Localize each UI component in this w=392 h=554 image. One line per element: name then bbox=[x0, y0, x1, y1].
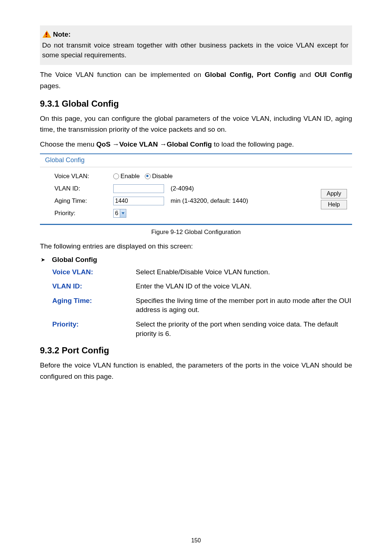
arrow-bullet-icon: ➤ bbox=[41, 257, 45, 263]
priority-value: 6 bbox=[114, 210, 120, 217]
vlan-id-label: VLAN ID: bbox=[54, 185, 113, 192]
radio-enable-label: Enable bbox=[121, 173, 140, 180]
warning-icon bbox=[42, 30, 52, 38]
def-desc: Select the priority of the port when sen… bbox=[136, 320, 352, 338]
section1-nav: Choose the menu QoS →Voice VLAN →Global … bbox=[40, 139, 352, 150]
note-label: Note: bbox=[53, 30, 71, 38]
row-vlan-id: VLAN ID: (2-4094) bbox=[54, 182, 321, 195]
row-voice-vlan: Voice VLAN: Enable Disable bbox=[54, 170, 321, 182]
intro-pre: The Voice VLAN function can be implement… bbox=[40, 71, 205, 78]
section-9-3-2-heading: 9.3.2 Port Config bbox=[40, 345, 352, 356]
page-number: 150 bbox=[0, 537, 392, 544]
intro-bold1: Global Config, Port Config bbox=[205, 71, 296, 78]
def-desc: Select Enable/Disable Voice VLAN functio… bbox=[136, 267, 352, 277]
entries-intro: The following entries are displayed on t… bbox=[40, 241, 352, 252]
radio-disable[interactable] bbox=[145, 173, 151, 179]
radio-enable[interactable] bbox=[113, 173, 119, 179]
entries-heading: Global Config bbox=[52, 256, 97, 264]
intro-bold2: OUI Config bbox=[314, 71, 352, 78]
entries-list: ➤ Global Config Voice VLAN: Select Enabl… bbox=[41, 256, 352, 338]
def-term: Voice VLAN: bbox=[52, 267, 136, 277]
note-text: Do not transmit voice stream together wi… bbox=[42, 41, 348, 60]
figure-9-12: Global Config Voice VLAN: Enable Disable… bbox=[40, 153, 352, 236]
section1-p1: On this page, you can configure the glob… bbox=[40, 113, 352, 135]
row-priority: Priority: 6 bbox=[54, 207, 321, 219]
vlan-id-input[interactable] bbox=[113, 184, 164, 193]
intro-post: pages. bbox=[40, 82, 61, 90]
section-9-3-1-heading: 9.3.1 Global Config bbox=[40, 99, 352, 109]
button-column: Apply Help bbox=[321, 170, 347, 219]
note-header: Note: bbox=[42, 30, 348, 38]
entries-heading-row: ➤ Global Config bbox=[41, 256, 352, 264]
def-desc: Specifies the living time of the member … bbox=[136, 296, 352, 315]
nav-post: to load the following page. bbox=[212, 140, 294, 148]
priority-select[interactable]: 6 bbox=[113, 209, 126, 218]
def-aging-time: Aging Time: Specifies the living time of… bbox=[52, 296, 352, 315]
radio-disable-label: Disable bbox=[152, 173, 173, 180]
vlan-id-hint: (2-4094) bbox=[171, 185, 194, 192]
aging-input[interactable] bbox=[113, 197, 164, 205]
voice-vlan-label: Voice VLAN: bbox=[54, 173, 113, 180]
def-voice-vlan: Voice VLAN: Select Enable/Disable Voice … bbox=[52, 267, 352, 277]
def-vlan-id: VLAN ID: Enter the VLAN ID of the voice … bbox=[52, 282, 352, 291]
figure-caption: Figure 9-12 Global Configuration bbox=[40, 229, 352, 236]
aging-label: Aging Time: bbox=[54, 197, 113, 205]
priority-label: Priority: bbox=[54, 210, 113, 217]
def-priority: Priority: Select the priority of the por… bbox=[52, 320, 352, 338]
def-term: Priority: bbox=[52, 320, 136, 338]
def-desc: Enter the VLAN ID of the voice VLAN. bbox=[136, 282, 352, 291]
chevron-down-icon bbox=[120, 209, 126, 217]
help-button[interactable]: Help bbox=[321, 200, 347, 209]
aging-hint: min (1-43200, default: 1440) bbox=[171, 197, 248, 205]
section2-p1: Before the voice VLAN function is enable… bbox=[40, 360, 352, 382]
apply-button[interactable]: Apply bbox=[321, 189, 347, 198]
intro-mid: and bbox=[296, 71, 315, 78]
form-area: Voice VLAN: Enable Disable VLAN ID: (2-4… bbox=[40, 167, 352, 224]
row-aging-time: Aging Time: min (1-43200, default: 1440) bbox=[54, 195, 321, 207]
def-term: VLAN ID: bbox=[52, 282, 136, 291]
note-box: Note: Do not transmit voice stream toget… bbox=[40, 25, 352, 65]
intro-paragraph: The Voice VLAN function can be implement… bbox=[40, 69, 352, 91]
def-term: Aging Time: bbox=[52, 296, 136, 315]
panel-title: Global Config bbox=[40, 154, 352, 167]
nav-bold: QoS →Voice VLAN →Global Config bbox=[96, 140, 212, 148]
config-panel: Global Config Voice VLAN: Enable Disable… bbox=[40, 153, 352, 225]
nav-pre: Choose the menu bbox=[40, 140, 96, 148]
